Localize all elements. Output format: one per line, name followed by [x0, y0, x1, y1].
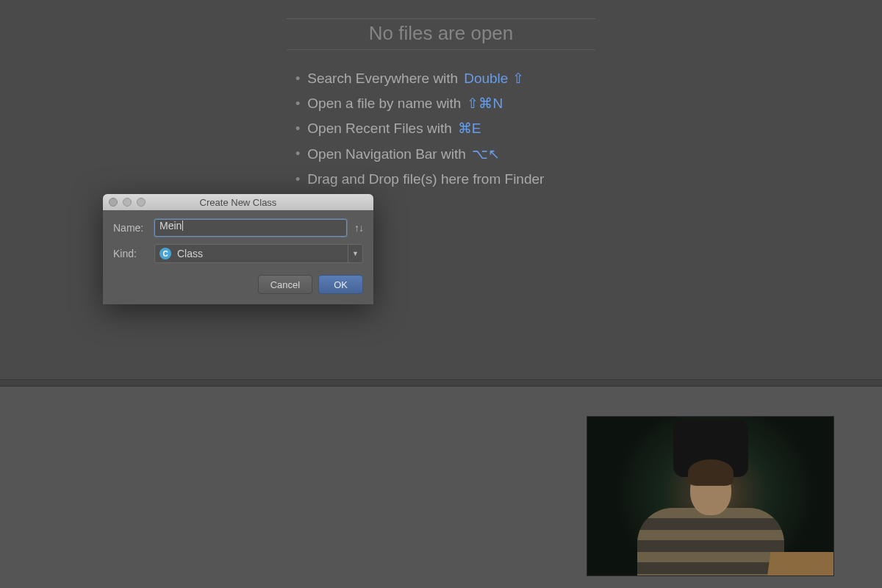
kind-label: Kind: — [113, 248, 154, 259]
name-input-value: Mein — [159, 220, 182, 232]
empty-title: No files are open — [287, 18, 595, 50]
hint-open-navigation-bar: • Open Navigation Bar with ⌥↖ — [295, 142, 595, 167]
name-row: Name: Mein ↑↓ — [113, 219, 363, 237]
bullet-icon: • — [295, 92, 300, 115]
kind-select[interactable]: C Class ▼ — [154, 244, 363, 263]
bullet-icon: • — [295, 142, 300, 165]
panel-divider[interactable] — [0, 379, 882, 387]
dialog-body: Name: Mein ↑↓ Kind: C Class ▼ Cancel OK — [103, 210, 373, 304]
text-caret-icon — [182, 220, 183, 231]
kind-row: Kind: C Class ▼ — [113, 244, 363, 263]
dialog-title: Create New Class — [103, 197, 373, 208]
create-new-class-dialog: Create New Class Name: Mein ↑↓ Kind: C C… — [103, 194, 373, 304]
updown-hint-icon[interactable]: ↑↓ — [354, 222, 363, 234]
hints-list: • Search Everywhere with Double ⇧ • Open… — [287, 66, 595, 192]
hint-open-file-by-name: • Open a file by name with ⇧⌘N — [295, 91, 595, 116]
hint-search-everywhere: • Search Everywhere with Double ⇧ — [295, 66, 595, 91]
shortcut-label: ⇧⌘N — [467, 91, 503, 116]
empty-editor-state: No files are open • Search Everywhere wi… — [287, 18, 595, 192]
name-label: Name: — [113, 222, 154, 234]
ok-button[interactable]: OK — [318, 275, 363, 294]
kind-value: Class — [177, 248, 203, 259]
cancel-button[interactable]: Cancel — [258, 275, 312, 294]
shortcut-label: Double ⇧ — [464, 66, 524, 91]
class-icon: C — [159, 248, 171, 259]
name-input[interactable]: Mein — [154, 219, 347, 237]
dialog-buttons: Cancel OK — [113, 275, 363, 294]
person-shape — [634, 451, 788, 576]
shortcut-label: ⌥↖ — [472, 142, 500, 167]
chevron-down-icon[interactable]: ▼ — [348, 245, 362, 262]
hint-drag-drop: • Drag and Drop file(s) here from Finder — [295, 167, 595, 192]
bullet-icon: • — [295, 117, 300, 140]
webcam-overlay — [587, 416, 834, 576]
shortcut-label: ⌘E — [458, 116, 481, 141]
hint-open-recent-files: • Open Recent Files with ⌘E — [295, 116, 595, 141]
desk-shape — [767, 552, 834, 576]
dialog-titlebar[interactable]: Create New Class — [103, 194, 373, 210]
bullet-icon: • — [295, 168, 300, 191]
bullet-icon: • — [295, 67, 300, 90]
